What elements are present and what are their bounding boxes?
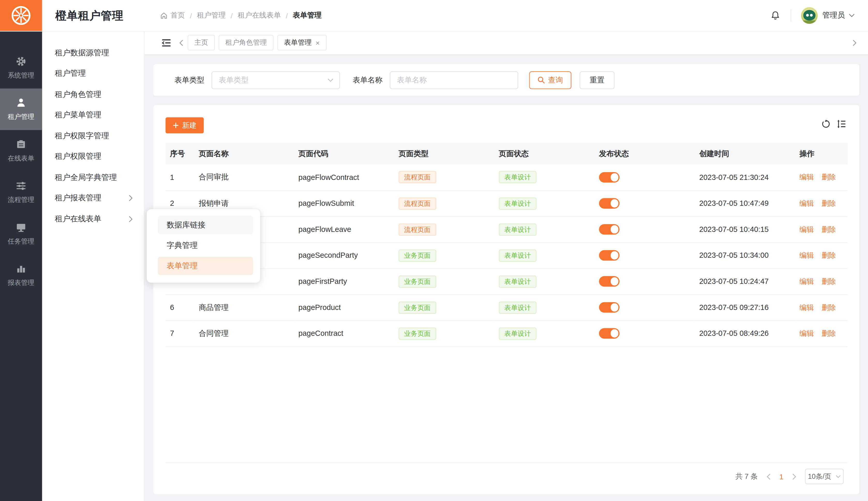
col-page-name: 页面名称 bbox=[194, 143, 294, 164]
divider bbox=[791, 9, 791, 21]
rail-item-tenant[interactable]: 租户管理 bbox=[0, 88, 42, 130]
tab-form-management[interactable]: 表单管理 × bbox=[277, 35, 326, 51]
edit-link[interactable]: 编辑 bbox=[800, 173, 814, 181]
delete-link[interactable]: 删除 bbox=[822, 303, 836, 311]
rail-item-flow[interactable]: 流程管理 bbox=[0, 172, 42, 213]
breadcrumb-separator: / bbox=[231, 11, 233, 20]
tabs-scroll-left-icon[interactable] bbox=[179, 39, 184, 46]
app-logo[interactable] bbox=[0, 0, 42, 31]
chevron-down-icon[interactable] bbox=[849, 13, 855, 18]
submenu-item-dict-management[interactable]: 字典管理 bbox=[158, 236, 253, 255]
edit-link[interactable]: 编辑 bbox=[800, 199, 814, 207]
tab-home[interactable]: 主页 bbox=[188, 35, 215, 51]
tabs-scroll-right-icon[interactable] bbox=[852, 39, 857, 46]
form-design-tag[interactable]: 表单设计 bbox=[499, 249, 537, 262]
submenu-item-form-management[interactable]: 表单管理 bbox=[158, 257, 253, 275]
rail-item-system[interactable]: 系统管理 bbox=[0, 47, 42, 89]
chevron-down-icon bbox=[835, 475, 840, 478]
search-icon bbox=[538, 76, 545, 84]
delete-link[interactable]: 删除 bbox=[822, 277, 836, 285]
new-button[interactable]: 新建 bbox=[166, 117, 204, 134]
sidebar-item-tenant-online-form[interactable]: 租户在线表单 bbox=[42, 209, 144, 229]
publish-toggle[interactable] bbox=[599, 224, 620, 234]
edit-link[interactable]: 编辑 bbox=[800, 251, 814, 259]
tab-close-icon[interactable]: × bbox=[316, 39, 320, 46]
publish-toggle[interactable] bbox=[599, 198, 620, 209]
form-design-tag[interactable]: 表单设计 bbox=[499, 223, 537, 235]
form-name-input[interactable] bbox=[390, 76, 518, 84]
form-design-tag[interactable]: 表单设计 bbox=[499, 327, 537, 339]
sidebar-item-tenant-role[interactable]: 租户角色管理 bbox=[42, 84, 144, 105]
edit-link[interactable]: 编辑 bbox=[800, 329, 814, 337]
form-name-input-box[interactable] bbox=[390, 71, 518, 89]
page-number[interactable]: 1 bbox=[779, 472, 783, 481]
edit-link[interactable]: 编辑 bbox=[800, 303, 814, 311]
delete-link[interactable]: 删除 bbox=[822, 251, 836, 259]
row-density-icon[interactable] bbox=[837, 119, 846, 128]
rail-item-report[interactable]: 报表管理 bbox=[0, 255, 42, 296]
form-type-label: 表单类型 bbox=[174, 75, 204, 85]
breadcrumb-separator: / bbox=[190, 11, 192, 20]
delete-link[interactable]: 删除 bbox=[822, 329, 836, 337]
pages-table: 序号 页面名称 页面代码 页面类型 页面状态 发布状态 创建时间 操作 1 bbox=[166, 143, 848, 347]
table-row: pageFlowLeave 流程页面 表单设计 2023-07-05 10:40… bbox=[166, 216, 848, 243]
sliders-icon bbox=[15, 180, 27, 191]
sidebar-item-datasource[interactable]: 租户数据源管理 bbox=[42, 43, 144, 63]
form-design-tag[interactable]: 表单设计 bbox=[499, 171, 537, 183]
clipboard-icon bbox=[15, 139, 27, 150]
breadcrumb-item[interactable]: 租户管理 bbox=[197, 11, 225, 21]
tab-bar: 主页 租户角色管理 表单管理 × bbox=[145, 31, 868, 55]
reset-button[interactable]: 重置 bbox=[580, 71, 615, 89]
plus-icon bbox=[173, 122, 179, 128]
page-type-tag: 流程页面 bbox=[399, 223, 436, 235]
sidebar-item-permission-word[interactable]: 租户权限字管理 bbox=[42, 126, 144, 146]
breadcrumb-home[interactable]: 首页 bbox=[160, 11, 185, 21]
table-row: 6 商品管理 pageProduct 业务页面 表单设计 2023-07-05 … bbox=[166, 295, 848, 321]
form-type-select-input[interactable] bbox=[212, 76, 339, 84]
publish-toggle[interactable] bbox=[599, 250, 620, 260]
refresh-icon[interactable] bbox=[822, 119, 830, 128]
edit-link[interactable]: 编辑 bbox=[800, 277, 814, 285]
user-name[interactable]: 管理员 bbox=[823, 11, 845, 21]
user-avatar[interactable] bbox=[801, 7, 817, 24]
sidebar-item-tenant[interactable]: 租户管理 bbox=[42, 63, 144, 84]
sidebar-item-tenant-menu[interactable]: 租户菜单管理 bbox=[42, 105, 144, 126]
delete-link[interactable]: 删除 bbox=[822, 199, 836, 207]
chevron-right-icon bbox=[128, 195, 133, 202]
col-publish-status: 发布状态 bbox=[595, 143, 695, 164]
query-button[interactable]: 查询 bbox=[529, 71, 571, 89]
next-page-icon[interactable] bbox=[792, 473, 797, 480]
submenu-item-database-link[interactable]: 数据库链接 bbox=[158, 216, 253, 234]
search-panel: 表单类型 表单名称 查询 重置 bbox=[154, 64, 859, 96]
sidebar-item-tenant-report[interactable]: 租户报表管理 bbox=[42, 188, 144, 209]
table-tools bbox=[822, 119, 846, 128]
sidebar-item-global-dict[interactable]: 租户全局字典管理 bbox=[42, 167, 144, 188]
rail-item-online-form[interactable]: 在线表单 bbox=[0, 130, 42, 172]
rail-item-task[interactable]: 任务管理 bbox=[0, 213, 42, 255]
publish-toggle[interactable] bbox=[599, 302, 620, 312]
citrus-logo-icon bbox=[10, 4, 32, 26]
delete-link[interactable]: 删除 bbox=[822, 173, 836, 181]
breadcrumb-item[interactable]: 租户在线表单 bbox=[238, 11, 281, 21]
form-design-tag[interactable]: 表单设计 bbox=[499, 197, 537, 210]
form-type-select[interactable] bbox=[212, 71, 340, 89]
home-icon bbox=[160, 12, 168, 19]
sidebar-item-permission[interactable]: 租户权限管理 bbox=[42, 146, 144, 167]
prev-page-icon[interactable] bbox=[766, 473, 771, 480]
page-type-tag: 流程页面 bbox=[399, 197, 436, 210]
table-row: 1 合同审批 pageFlowContract 流程页面 表单设计 2023-0… bbox=[166, 164, 848, 191]
table-footer-divider bbox=[166, 462, 847, 463]
form-design-tag[interactable]: 表单设计 bbox=[499, 301, 537, 313]
app-title: 橙单租户管理 bbox=[55, 8, 123, 23]
notification-bell-icon[interactable] bbox=[770, 10, 780, 21]
table-header-row: 序号 页面名称 页面代码 页面类型 页面状态 发布状态 创建时间 操作 bbox=[166, 143, 848, 164]
publish-toggle[interactable] bbox=[599, 172, 620, 182]
page-size-select[interactable]: 10条/页 bbox=[805, 469, 844, 484]
edit-link[interactable]: 编辑 bbox=[800, 225, 814, 233]
publish-toggle[interactable] bbox=[599, 276, 620, 287]
delete-link[interactable]: 删除 bbox=[822, 225, 836, 233]
publish-toggle[interactable] bbox=[599, 328, 620, 339]
menu-fold-icon[interactable] bbox=[162, 39, 171, 47]
tab-tenant-role[interactable]: 租户角色管理 bbox=[219, 35, 273, 51]
form-design-tag[interactable]: 表单设计 bbox=[499, 275, 537, 287]
